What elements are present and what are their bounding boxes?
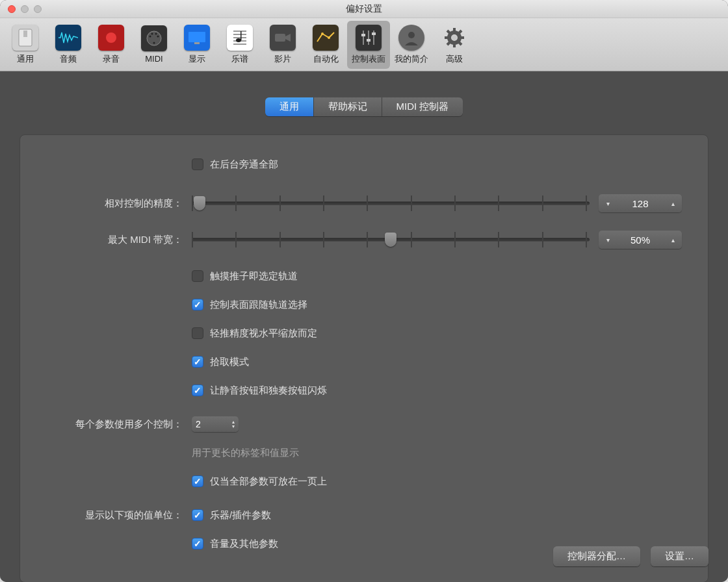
- label-multi-ctrl: 每个参数使用多个控制：: [46, 418, 192, 431]
- person-icon: [398, 25, 424, 51]
- label-value-units: 显示以下项的值单位：: [46, 509, 192, 522]
- checkbox-vol-other[interactable]: [192, 538, 203, 550]
- checkbox-touch-fader[interactable]: [192, 270, 203, 282]
- svg-line-36: [447, 42, 450, 45]
- toolbar-score[interactable]: 乐谱: [218, 21, 261, 69]
- svg-line-35: [459, 31, 462, 33]
- label-only-one-page: 仅当全部参数可放在一页上: [210, 475, 327, 488]
- score-icon: [227, 25, 253, 51]
- label-bypass-all-bg: 在后台旁通全部: [210, 158, 278, 171]
- automation-icon: [313, 25, 339, 51]
- svg-rect-17: [240, 31, 242, 40]
- svg-line-34: [459, 42, 462, 45]
- svg-point-19: [321, 32, 324, 35]
- record-icon: [98, 25, 124, 51]
- svg-rect-24: [361, 34, 365, 36]
- hint-multi-ctrl: 用于更长的标签和值显示: [192, 447, 299, 459]
- field-resolution[interactable]: ▾ 128 ▴: [599, 194, 682, 212]
- titlebar: 偏好设置: [0, 0, 728, 18]
- label-follows-track: 控制表面跟随轨道选择: [210, 299, 307, 311]
- setup-button[interactable]: 设置…: [651, 546, 708, 566]
- checkbox-only-one-page[interactable]: [192, 475, 203, 487]
- label-vol-other: 音量及其他参数: [210, 538, 278, 550]
- label-flash-mute-solo: 让静音按钮和独奏按钮闪烁: [210, 385, 327, 397]
- svg-rect-9: [188, 32, 205, 42]
- svg-rect-18: [275, 34, 285, 42]
- svg-point-2: [106, 32, 116, 43]
- svg-rect-1: [23, 31, 27, 37]
- movie-icon: [270, 25, 296, 51]
- window-title: 偏好设置: [0, 3, 728, 15]
- toolbar-advanced[interactable]: 高级: [433, 21, 476, 69]
- settings-panel: 在后台旁通全部 相对控制的精度： ▾ 128: [20, 134, 708, 582]
- toolbar-display[interactable]: 显示: [176, 21, 218, 69]
- label-nudge-zoom: 轻推精度视水平缩放而定: [210, 327, 317, 340]
- toolbar-record[interactable]: 录音: [90, 21, 133, 69]
- label-pickup-mode: 拾取模式: [210, 356, 249, 368]
- label-resolution: 相对控制的精度：: [46, 197, 192, 210]
- svg-rect-10: [194, 42, 200, 44]
- svg-point-4: [150, 36, 151, 38]
- svg-point-27: [408, 32, 415, 38]
- checkbox-nudge-zoom[interactable]: [192, 327, 203, 339]
- svg-point-7: [157, 36, 159, 38]
- gear-icon: [441, 25, 467, 51]
- checkbox-pickup-mode[interactable]: [192, 356, 203, 368]
- checkbox-instr-plugin[interactable]: [192, 509, 203, 521]
- svg-rect-26: [372, 32, 376, 35]
- toolbar-control-surfaces[interactable]: 控制表面: [347, 21, 390, 69]
- faders-icon: [356, 25, 382, 51]
- chevron-down-icon: ▾: [604, 236, 612, 244]
- svg-point-8: [153, 42, 155, 44]
- toolbar-movie[interactable]: 影片: [261, 21, 304, 69]
- chevron-down-icon: ▾: [604, 200, 612, 207]
- svg-point-20: [328, 36, 330, 39]
- toolbar-automation[interactable]: 自动化: [304, 21, 347, 69]
- tab-general[interactable]: 通用: [265, 97, 314, 116]
- chevron-up-icon: ▴: [669, 200, 677, 207]
- field-bandwidth[interactable]: ▾ 50% ▴: [599, 231, 682, 249]
- svg-point-5: [151, 33, 153, 35]
- slider-resolution[interactable]: [192, 196, 590, 211]
- checkbox-follows-track[interactable]: [192, 299, 203, 310]
- toolbar-my-info[interactable]: 我的简介: [390, 21, 433, 69]
- display-icon: [184, 25, 210, 51]
- toolbar-general[interactable]: 通用: [4, 21, 47, 69]
- checkbox-bypass-all-bg[interactable]: [192, 158, 203, 170]
- preferences-window: 偏好设置 通用 音频 录音 MIDI: [0, 0, 728, 582]
- chevron-up-icon: ▴: [669, 236, 677, 244]
- switch-icon: [12, 25, 38, 51]
- svg-point-37: [452, 35, 457, 40]
- label-bandwidth: 最大 MIDI 带宽：: [46, 234, 192, 246]
- waveform-icon: [55, 25, 81, 51]
- svg-rect-21: [363, 31, 364, 45]
- checkbox-flash-mute-solo[interactable]: [192, 385, 203, 396]
- prefs-toolbar: 通用 音频 录音 MIDI 显示: [0, 18, 728, 71]
- toolbar-midi[interactable]: MIDI: [133, 21, 176, 69]
- tab-midi-controllers[interactable]: MIDI 控制器: [382, 97, 463, 116]
- controller-assignments-button[interactable]: 控制器分配…: [553, 546, 640, 566]
- svg-line-33: [447, 31, 450, 33]
- tab-help-tags[interactable]: 帮助标记: [314, 97, 382, 116]
- toolbar-audio[interactable]: 音频: [47, 21, 90, 69]
- label-instr-plugin: 乐器/插件参数: [210, 509, 271, 522]
- slider-bandwidth[interactable]: [192, 232, 590, 247]
- svg-point-6: [155, 33, 157, 35]
- svg-rect-22: [368, 31, 369, 45]
- svg-point-16: [236, 38, 241, 42]
- stepper-arrows-icon: ▴▾: [232, 420, 235, 429]
- stepper-multi-ctrl[interactable]: 2 ▴▾: [192, 416, 239, 432]
- label-touch-fader: 触摸推子即选定轨道: [210, 270, 298, 283]
- sub-tabs: 通用 帮助标记 MIDI 控制器: [265, 97, 463, 116]
- midi-icon: [141, 25, 167, 51]
- svg-rect-25: [367, 39, 370, 42]
